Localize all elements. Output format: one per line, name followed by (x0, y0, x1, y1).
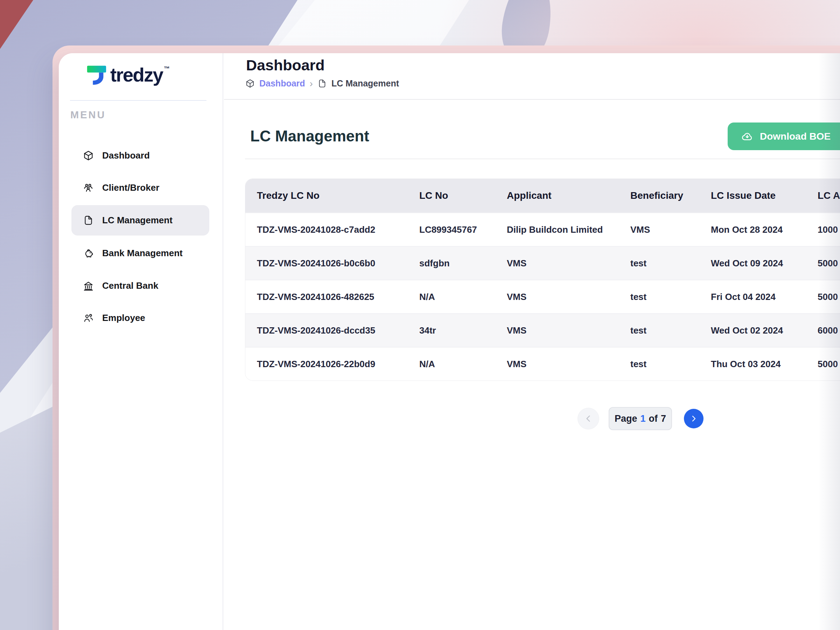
cell-lc-issue-date: Wed Oct 02 2024 (699, 325, 806, 336)
breadcrumb: Dashboard › LC Management (245, 78, 399, 88)
cell-lc-no: sdfgbn (408, 258, 495, 269)
sidebar: tredzy™ MENU Dashboard Client/Broker (59, 53, 223, 630)
chevron-right-icon (690, 414, 698, 423)
lc-table: Tredzy LC No LC No Applicant Beneficiary… (245, 178, 840, 381)
pagination-page-label: Page (614, 413, 637, 424)
column-header: Applicant (495, 190, 619, 201)
cell-lc-amount: 5000 (806, 359, 840, 369)
cell-tredzy-lc-no: TDZ-VMS-20241026-b0c6b0 (245, 258, 408, 269)
sidebar-item-dashboard[interactable]: Dashboard (71, 144, 209, 167)
heading-divider (245, 159, 840, 159)
cell-beneficiary: VMS (619, 224, 699, 235)
sidebar-item-bank-management[interactable]: Bank Management (71, 242, 209, 264)
table-row[interactable]: TDZ-VMS-20241026-b0c6b0 sdfgbn VMS test … (245, 246, 840, 279)
page-title: Dashboard (246, 57, 325, 74)
piggy-bank-icon (83, 248, 94, 259)
cell-applicant: VMS (495, 359, 619, 369)
brand-name: tredzy (110, 64, 163, 86)
cell-tredzy-lc-no: TDZ-VMS-20241028-c7add2 (245, 224, 408, 235)
cell-lc-issue-date: Wed Oct 09 2024 (699, 258, 806, 269)
sidebar-item-employee[interactable]: Employee (71, 306, 209, 329)
sidebar-item-label: Bank Management (102, 248, 183, 259)
cell-lc-amount: 1000 (806, 224, 840, 235)
file-document-icon (83, 215, 94, 226)
brand-trademark: ™ (164, 64, 170, 74)
cell-tredzy-lc-no: TDZ-VMS-20241026-482625 (245, 292, 408, 302)
top-header: Dashboard Dashboard › LC Management (224, 53, 840, 100)
cell-lc-no: N/A (408, 359, 495, 369)
cloud-download-icon (741, 130, 753, 143)
cell-tredzy-lc-no: TDZ-VMS-20241026-22b0d9 (245, 359, 408, 369)
cell-tredzy-lc-no: TDZ-VMS-20241026-dccd35 (245, 325, 408, 336)
cell-lc-no: LC899345767 (408, 224, 495, 235)
menu-section-label: MENU (70, 109, 106, 121)
cell-applicant: VMS (495, 292, 619, 302)
cell-lc-amount: 6000 (806, 325, 840, 336)
bank-building-icon (83, 280, 94, 291)
column-header: LC Amount (806, 190, 840, 201)
cell-lc-amount: 5000 (806, 258, 840, 269)
sidebar-divider (70, 100, 207, 101)
table-row[interactable]: TDZ-VMS-20241026-dccd35 34tr VMS test We… (245, 313, 840, 347)
app-window: tredzy™ MENU Dashboard Client/Broker (59, 53, 840, 630)
tredzy-logo-icon (86, 64, 107, 85)
table-header-row: Tredzy LC No LC No Applicant Beneficiary… (245, 179, 840, 212)
pagination-total-pages: 7 (661, 413, 666, 424)
brand-logo[interactable]: tredzy™ (86, 64, 170, 86)
users-group-icon (83, 182, 94, 193)
column-header: LC Issue Date (699, 190, 806, 201)
sidebar-item-label: Dashboard (102, 150, 150, 161)
breadcrumb-current: LC Management (332, 78, 399, 88)
sidebar-item-client-broker[interactable]: Client/Broker (71, 177, 209, 199)
cell-lc-issue-date: Fri Oct 04 2024 (699, 292, 806, 302)
cell-lc-amount: 5000 (806, 292, 840, 302)
breadcrumb-separator: › (310, 79, 313, 88)
cell-lc-issue-date: Mon Oct 28 2024 (699, 224, 806, 235)
pagination-current-page: 1 (641, 413, 646, 424)
table-row[interactable]: TDZ-VMS-20241028-c7add2 LC899345767 Dili… (245, 212, 840, 246)
cell-beneficiary: test (619, 325, 699, 336)
table-row[interactable]: TDZ-VMS-20241026-22b0d9 N/A VMS test Thu… (245, 347, 840, 381)
sidebar-item-central-bank[interactable]: Central Bank (71, 275, 209, 297)
cell-beneficiary: test (619, 258, 699, 269)
cube-icon (245, 79, 255, 88)
cell-beneficiary: test (619, 359, 699, 369)
download-boe-label: Download BOE (760, 131, 831, 142)
pagination-status: Page 1 of 7 (609, 407, 672, 430)
cell-beneficiary: test (619, 292, 699, 302)
users-icon (83, 313, 94, 324)
column-header: LC No (408, 190, 495, 201)
chevron-left-icon (584, 414, 593, 423)
column-header: Beneficiary (619, 190, 699, 201)
sidebar-item-lc-management[interactable]: LC Management (71, 205, 209, 235)
cell-applicant: VMS (495, 258, 619, 269)
cell-lc-no: 34tr (408, 325, 495, 336)
cell-applicant: VMS (495, 325, 619, 336)
sidebar-item-label: Central Bank (102, 280, 158, 291)
cell-lc-no: N/A (408, 292, 495, 302)
pagination-of-label: of (649, 413, 658, 424)
column-header: Tredzy LC No (245, 190, 408, 201)
sidebar-item-label: LC Management (102, 215, 172, 226)
download-boe-button[interactable]: Download BOE (728, 123, 840, 150)
cell-lc-issue-date: Thu Oct 03 2024 (699, 359, 806, 369)
main-area: Dashboard Dashboard › LC Management LC M… (224, 53, 840, 630)
pagination-previous-button[interactable] (578, 408, 599, 429)
sidebar-item-label: Client/Broker (102, 182, 159, 193)
table-row[interactable]: TDZ-VMS-20241026-482625 N/A VMS test Fri… (245, 279, 840, 313)
cube-icon (83, 150, 94, 161)
file-document-icon (317, 79, 327, 88)
section-heading: LC Management (250, 127, 369, 145)
cell-applicant: Dilip Buildcon Limited (495, 224, 619, 235)
pagination-next-button[interactable] (684, 409, 704, 428)
sidebar-item-label: Employee (102, 313, 145, 324)
breadcrumb-home-link[interactable]: Dashboard (259, 78, 305, 88)
